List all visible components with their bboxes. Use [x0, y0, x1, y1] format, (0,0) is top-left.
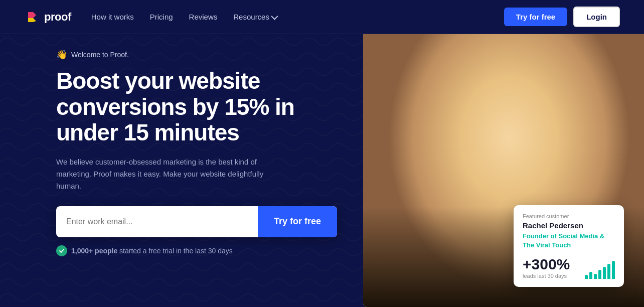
card-label: Featured customer	[523, 213, 615, 219]
hero-content: 👋 Welcome to Proof. Boost your website c…	[0, 34, 361, 307]
nav-actions: Try for free Login	[504, 7, 620, 27]
chart-bar	[585, 275, 588, 279]
email-input[interactable]	[56, 206, 258, 237]
nav-try-free-button[interactable]: Try for free	[504, 8, 567, 26]
card-bar-chart	[585, 261, 615, 279]
nav-login-button[interactable]: Login	[573, 7, 620, 27]
welcome-tag: 👋 Welcome to Proof.	[56, 49, 337, 60]
social-proof-suffix: started a free trial in the last 30 days	[119, 247, 233, 255]
proof-logo-icon	[24, 9, 40, 25]
nav-resources[interactable]: Resources	[233, 13, 276, 21]
hero-try-free-button[interactable]: Try for free	[258, 206, 337, 237]
nav-pricing[interactable]: Pricing	[150, 13, 173, 21]
chart-bar	[612, 261, 615, 279]
chart-bar	[594, 274, 597, 279]
hero-image-area: Featured customer Rachel Pedersen Founde…	[361, 34, 644, 307]
chevron-down-icon	[271, 13, 278, 20]
card-metric-description: leads last 30 days	[523, 273, 570, 279]
hero-section: 👋 Welcome to Proof. Boost your website c…	[0, 34, 644, 307]
navigation: proof How it works Pricing Reviews Resou…	[0, 0, 644, 34]
wave-emoji-icon: 👋	[56, 49, 67, 60]
hero-title: Boost your website conversions by 15% in…	[56, 68, 337, 146]
card-metric-left: +300% leads last 30 days	[523, 257, 570, 279]
nav-links: How it works Pricing Reviews Resources	[91, 13, 504, 21]
logo[interactable]: proof	[24, 9, 71, 25]
chart-bar	[589, 272, 592, 279]
social-proof-bar: 1,000+ people started a free trial in th…	[56, 245, 337, 256]
nav-how-it-works[interactable]: How it works	[91, 13, 134, 21]
proof-check-icon	[56, 245, 67, 256]
customer-card: Featured customer Rachel Pedersen Founde…	[514, 205, 624, 287]
email-form: Try for free	[56, 206, 337, 237]
card-percent-value: +300%	[523, 257, 570, 272]
card-customer-name: Rachel Pedersen	[523, 221, 615, 230]
chart-bar	[607, 264, 610, 279]
card-customer-title: Founder of Social Media & The Viral Touc…	[523, 232, 615, 250]
hero-subtitle: We believe customer-obsessed marketing i…	[56, 156, 277, 192]
card-metrics: +300% leads last 30 days	[523, 257, 615, 279]
chart-bar	[598, 270, 601, 279]
social-proof-text: 1,000+ people started a free trial in th…	[71, 247, 233, 255]
brand-name: proof	[44, 11, 71, 24]
nav-reviews[interactable]: Reviews	[189, 13, 218, 21]
chart-bar	[603, 267, 606, 279]
